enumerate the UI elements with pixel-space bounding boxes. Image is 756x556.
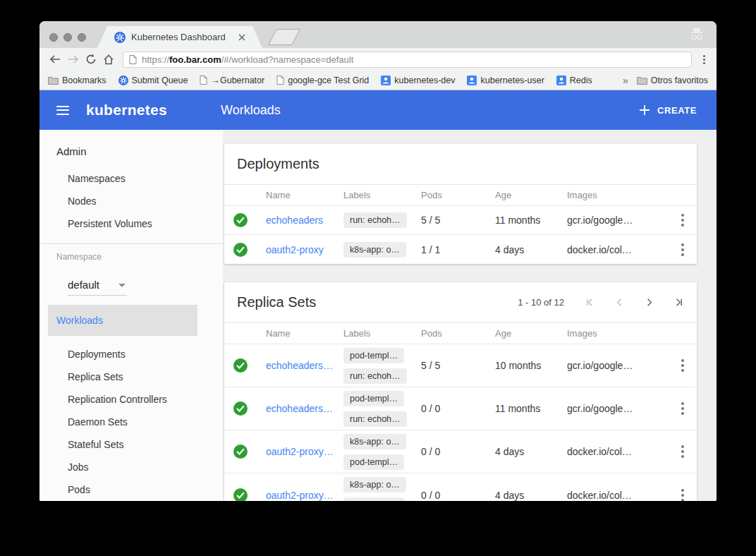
row-actions-menu-icon[interactable] — [669, 489, 697, 502]
label-chip: pod-templ… — [343, 497, 404, 501]
sidebar-item-admin[interactable]: Admin — [39, 140, 223, 163]
sidebar-item-pods[interactable]: Pods — [39, 478, 223, 501]
images-cell: gcr.io/google… — [567, 214, 669, 226]
images-cell: docker.io/col… — [567, 244, 669, 255]
incognito-icon — [688, 28, 705, 42]
sidebar-item-daemon-sets[interactable]: Daemon Sets — [39, 411, 223, 433]
next-page-button[interactable] — [644, 297, 654, 308]
namespace-select[interactable]: default — [68, 275, 127, 296]
resource-name-link[interactable]: echoheaders… — [266, 403, 339, 414]
pods-cell: 1 / 1 — [421, 244, 495, 255]
previous-page-button[interactable] — [614, 297, 625, 308]
new-tab-button[interactable] — [268, 29, 300, 45]
groups-icon — [381, 75, 391, 85]
back-button[interactable] — [47, 54, 64, 64]
label-chip: k8s-app: o… — [343, 477, 406, 492]
images-cell: docker.io/col… — [567, 490, 669, 501]
status-cell — [233, 358, 266, 373]
namespace-label: Namespace — [39, 248, 223, 265]
sidebar-item-workloads[interactable]: Workloads — [48, 305, 197, 336]
bookmark-folder-otros-favoritos[interactable]: Otros favoritos — [637, 75, 708, 85]
row-actions-menu-icon[interactable] — [669, 402, 697, 415]
sidebar-item-replication-controllers[interactable]: Replication Controllers — [39, 388, 223, 411]
bookmarks-bar: Bookmarks Submit Queue →Gubernator googl… — [39, 71, 717, 90]
label-chip: run: echoh… — [343, 368, 407, 384]
replica-sets-card: Replica Sets 1 - 10 of 12 — [224, 282, 697, 501]
pods-cell: 5 / 5 — [421, 360, 495, 371]
row-actions-menu-icon[interactable] — [669, 243, 697, 256]
reload-button[interactable] — [82, 54, 99, 65]
kubernetes-favicon — [114, 32, 126, 43]
sidebar-item-persistent-volumes[interactable]: Persistent Volumes — [39, 212, 223, 235]
sidebar-item-replica-sets[interactable]: Replica Sets — [39, 365, 223, 388]
last-page-button[interactable] — [673, 297, 684, 308]
deployments-table: echoheaders run: echoh… 5 / 5 11 months … — [224, 206, 697, 264]
tab-title: Kubernetes Dashboard — [131, 32, 238, 42]
sidebar-item-namespaces[interactable]: Namespaces — [39, 167, 223, 190]
tab-close-icon[interactable] — [238, 34, 245, 41]
bookmark-redis[interactable]: Redis — [556, 75, 592, 85]
resource-name-link[interactable]: oauth2-proxy… — [266, 446, 339, 457]
labels-cell: k8s-app: o…pod-templ… — [343, 477, 421, 501]
age-cell: 10 months — [495, 360, 567, 371]
minimize-window-button[interactable] — [63, 33, 72, 42]
status-cell — [233, 445, 266, 459]
url-scheme: https:// — [142, 54, 169, 65]
sidebar-item-nodes[interactable]: Nodes — [39, 190, 223, 212]
close-window-button[interactable] — [49, 33, 58, 42]
bookmark-folder-bookmarks[interactable]: Bookmarks — [48, 75, 106, 85]
sidebar-item-stateful-sets[interactable]: Stateful Sets — [39, 433, 223, 456]
groups-icon — [467, 75, 477, 85]
app-header: kubernetes Workloads CREATE — [39, 90, 717, 130]
age-cell: 11 months — [495, 403, 567, 414]
label-chip: k8s-app: o… — [343, 242, 406, 258]
images-cell: docker.io/col… — [567, 446, 669, 457]
bookmark-kubernetes-dev[interactable]: kubernetes-dev — [381, 75, 455, 85]
address-bar[interactable]: https://foo.bar.com/#/workload?namespace… — [123, 52, 692, 68]
status-cell — [233, 488, 266, 502]
status-cell — [233, 401, 266, 416]
browser-tab[interactable]: Kubernetes Dashboard — [97, 26, 262, 48]
bookmark-test-grid[interactable]: google-gce Test Grid — [276, 75, 369, 85]
labels-cell: k8s-app: o…pod-templ… — [343, 434, 421, 470]
bookmark-submit-queue[interactable]: Submit Queue — [118, 75, 188, 85]
table-row: oauth2-proxy… k8s-app: o…pod-templ… 0 / … — [224, 430, 697, 473]
bookmarks-overflow-chevron[interactable]: » — [623, 75, 628, 86]
deployments-table-header: Name Labels Pods Age Images — [224, 185, 697, 206]
row-actions-menu-icon[interactable] — [669, 359, 697, 372]
age-cell: 4 days — [495, 446, 567, 457]
forward-button[interactable] — [64, 54, 82, 64]
table-row: echoheaders run: echoh… 5 / 5 11 months … — [224, 206, 697, 235]
sidebar-item-jobs[interactable]: Jobs — [39, 456, 223, 478]
table-row: echoheaders… pod-templ…run: echoh… 0 / 0… — [224, 387, 697, 430]
sidebar-item-deployments[interactable]: Deployments — [39, 343, 223, 365]
label-chip: pod-templ… — [343, 391, 404, 406]
create-button[interactable]: CREATE — [639, 104, 697, 116]
resource-name-link[interactable]: echoheaders… — [266, 360, 339, 371]
bookmark-kubernetes-user[interactable]: kubernetes-user — [467, 75, 544, 85]
home-button[interactable] — [99, 54, 117, 65]
label-chip: pod-templ… — [343, 454, 404, 470]
table-row: echoheaders… pod-templ…run: echoh… 5 / 5… — [224, 344, 697, 387]
first-page-button[interactable] — [585, 297, 595, 308]
resource-name-link[interactable]: echoheaders — [266, 214, 339, 226]
page-icon — [276, 75, 284, 85]
folder-icon — [48, 76, 59, 85]
hamburger-menu-icon[interactable] — [56, 103, 69, 118]
label-chip: run: echoh… — [343, 411, 407, 427]
pagination: 1 - 10 of 12 — [518, 297, 684, 308]
main-content: Deployments Name Labels Pods Age Images … — [223, 130, 717, 501]
bookmark-gubernator[interactable]: →Gubernator — [200, 75, 264, 85]
browser-menu-icon[interactable] — [699, 54, 709, 66]
resource-name-link[interactable]: oauth2-proxy… — [266, 490, 339, 501]
status-ok-icon — [233, 243, 248, 257]
images-cell: gcr.io/google… — [567, 403, 669, 414]
label-chip: run: echoh… — [343, 212, 407, 228]
row-actions-menu-icon[interactable] — [669, 214, 697, 226]
resource-name-link[interactable]: oauth2-proxy — [266, 244, 339, 255]
browser-toolbar: https://foo.bar.com/#/workload?namespace… — [39, 48, 717, 71]
row-actions-menu-icon[interactable] — [669, 445, 697, 458]
label-chip: k8s-app: o… — [343, 434, 406, 449]
zoom-window-button[interactable] — [78, 33, 86, 42]
deployments-card: Deployments Name Labels Pods Age Images … — [224, 144, 697, 264]
